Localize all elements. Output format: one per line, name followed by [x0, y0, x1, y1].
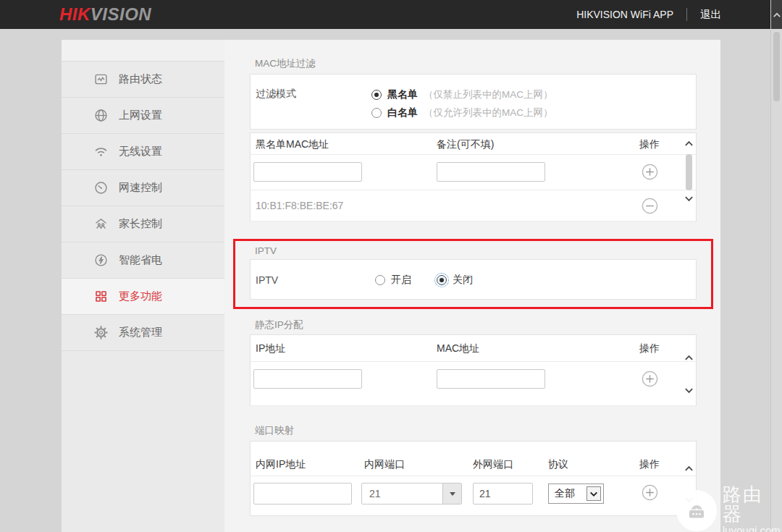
wifi-app-link[interactable]: HIKVISION WiFi APP: [576, 9, 673, 20]
gear-icon: [93, 325, 109, 340]
wifi-icon: [93, 144, 109, 159]
blacklist-entry-mac: 10:B1:F8:BE:BE:67: [256, 190, 343, 221]
select-dropdown-button[interactable]: [586, 486, 601, 501]
watermark: 路由器 luyouqi.com: [676, 485, 782, 532]
new-note-input[interactable]: [437, 162, 545, 182]
logout-button[interactable]: 退出: [700, 8, 721, 22]
sidebar: 路由状态 上网设置 无线设置 网速控制 家长控制 智能省电 更多功能 系统管理: [62, 40, 224, 532]
router-status-icon: [93, 72, 109, 87]
add-static-ip-button[interactable]: [642, 371, 658, 387]
section-title-port-mapping: 端口映射: [255, 425, 720, 436]
logo-vision: VISION: [91, 4, 151, 25]
sidebar-item-label: 更多功能: [119, 290, 162, 303]
protocol-value: 全部: [549, 487, 586, 500]
sidebar-item-label: 系统管理: [119, 326, 162, 339]
sidebar-item-label: 无线设置: [119, 145, 162, 159]
sidebar-item-system-management[interactable]: 系统管理: [62, 315, 224, 351]
section-title-iptv: IPTV: [255, 245, 711, 257]
column-header-mac: MAC地址: [437, 335, 479, 362]
scroll-up-icon[interactable]: [684, 354, 694, 361]
mac-filter-mode-panel: 过滤模式 黑名单 （仅禁止列表中的MAC上网） 白名单 （仅允许列表中的MAC上…: [250, 74, 697, 130]
hikvision-logo: HIKVISION: [59, 0, 151, 29]
sidebar-item-parental-control[interactable]: 家长控制: [62, 206, 224, 242]
whitelist-radio[interactable]: [371, 108, 382, 118]
iptv-off-label[interactable]: 关闭: [453, 274, 473, 287]
scrollbar-thumb[interactable]: [773, 32, 780, 101]
parental-control-icon: [93, 216, 109, 232]
main-content: MAC地址过滤 过滤模式 黑名单 （仅禁止列表中的MAC上网） 白名单 （仅允许…: [224, 40, 720, 532]
sidebar-item-wireless-settings[interactable]: 无线设置: [62, 134, 224, 170]
scroll-up-icon[interactable]: [684, 465, 694, 472]
sidebar-item-speed-control[interactable]: 网速控制: [62, 170, 224, 206]
protocol-select[interactable]: 全部: [548, 484, 604, 504]
static-table-scrollbar[interactable]: [684, 335, 694, 405]
blacklist-hint: （仅禁止列表中的MAC上网）: [424, 88, 553, 101]
iptv-on-radio[interactable]: [375, 275, 385, 285]
add-mac-button[interactable]: [642, 164, 658, 180]
iptv-on-label[interactable]: 开启: [391, 274, 411, 287]
section-title-static-ip: 静态IP分配: [255, 319, 720, 331]
annotation-highlight-box: IPTV IPTV 开启 关闭: [233, 239, 713, 309]
sidebar-item-label: 上网设置: [119, 109, 162, 122]
filter-mode-label: 过滤模式: [256, 85, 371, 122]
power-saving-icon: [93, 253, 109, 268]
blacklist-label[interactable]: 黑名单: [387, 88, 418, 101]
watermark-logo-circle: [676, 490, 717, 531]
sidebar-item-internet-settings[interactable]: 上网设置: [62, 98, 224, 134]
sidebar-item-power-saving[interactable]: 智能省电: [62, 242, 224, 279]
sidebar-item-router-status[interactable]: 路由状态: [62, 62, 224, 98]
static-mac-input[interactable]: [437, 369, 545, 389]
speedometer-icon: [93, 180, 109, 195]
port-mapping-table: 内网IP地址 内网端口 外网端口 协议 操作 21 全部: [250, 441, 697, 516]
sidebar-item-label: 网速控制: [119, 181, 162, 195]
triangle-down-icon: [450, 492, 455, 496]
sidebar-item-label: 路由状态: [119, 72, 162, 86]
scroll-down-icon[interactable]: [684, 195, 694, 203]
internal-ip-input[interactable]: [253, 483, 352, 504]
remove-mac-button[interactable]: [642, 198, 658, 214]
external-port-input[interactable]: [473, 483, 533, 504]
column-header-ip: IP地址: [256, 335, 285, 362]
internal-port-value: 21: [362, 484, 442, 504]
section-title-mac-filter: MAC地址过滤: [255, 58, 720, 69]
table-scrollbar[interactable]: [684, 133, 694, 221]
whitelist-hint: （仅允许列表中的MAC上网）: [424, 106, 553, 119]
scroll-up-icon[interactable]: [684, 140, 694, 147]
column-header-mac: 黑名单MAC地址: [256, 133, 329, 155]
sidebar-item-more-functions[interactable]: 更多功能: [62, 279, 224, 315]
static-ip-input[interactable]: [253, 369, 362, 389]
column-header-action: 操作: [639, 335, 660, 362]
topbar-divider: [686, 8, 687, 21]
logo-hik: HIK: [59, 4, 91, 25]
top-bar: HIKVISION HIKVISION WiFi APP 退出: [0, 0, 782, 29]
scroll-down-icon[interactable]: [684, 387, 694, 394]
column-header-action: 操作: [639, 133, 660, 155]
chevron-up-icon: [773, 12, 781, 18]
table-scrollbar-thumb[interactable]: [686, 154, 692, 190]
scrollbar-up-button[interactable]: [771, 0, 782, 29]
browser-scrollbar[interactable]: [770, 0, 782, 532]
column-header-note: 备注(可不填): [437, 133, 494, 155]
iptv-field-label: IPTV: [256, 274, 375, 286]
grid-icon: [93, 289, 109, 304]
router-icon: [685, 499, 708, 522]
globe-icon: [93, 108, 109, 123]
blacklist-radio[interactable]: [371, 90, 382, 100]
static-ip-table: IP地址 MAC地址 操作: [250, 334, 697, 406]
watermark-name: 路由器: [723, 485, 782, 525]
chevron-down-icon: [589, 491, 598, 497]
watermark-domain: luyouqi.com: [723, 525, 782, 532]
iptv-panel: IPTV 开启 关闭: [250, 259, 697, 300]
mac-blacklist-table: 黑名单MAC地址 备注(可不填) 操作 10:B1:F8:BE:BE:67: [250, 132, 697, 221]
internal-port-combobox[interactable]: 21: [361, 483, 462, 504]
sidebar-item-label: 家长控制: [119, 217, 162, 231]
add-port-mapping-button[interactable]: [642, 484, 658, 501]
whitelist-label[interactable]: 白名单: [387, 106, 418, 119]
iptv-off-radio[interactable]: [437, 275, 447, 285]
sidebar-item-label: 智能省电: [119, 253, 162, 267]
sidebar-header-spacer: [62, 40, 224, 62]
combobox-dropdown-button[interactable]: [442, 484, 461, 504]
new-mac-input[interactable]: [253, 162, 362, 182]
